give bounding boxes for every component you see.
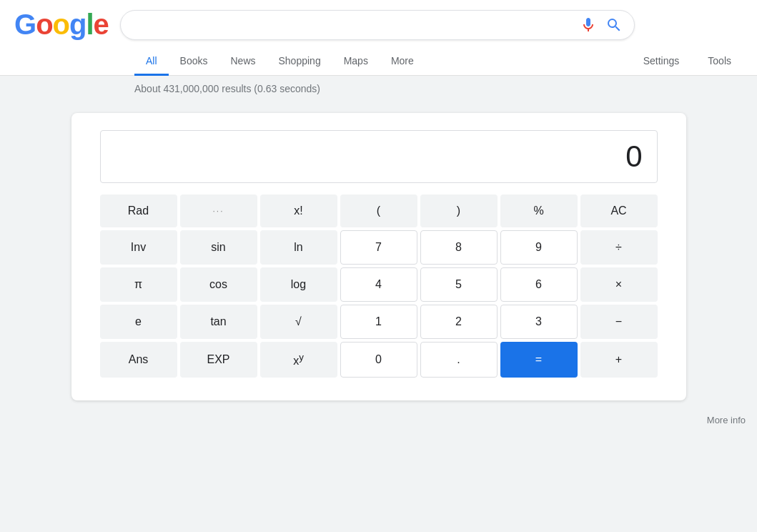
tab-all[interactable]: All <box>134 48 169 76</box>
calculator: 0 Rad ··· x! ( ) % AC Inv sin ln 7 8 9 ÷… <box>71 113 686 400</box>
tab-shopping[interactable]: Shopping <box>267 48 332 76</box>
btn-5[interactable]: 5 <box>420 267 498 302</box>
btn-factorial[interactable]: x! <box>260 194 337 227</box>
btn-decimal[interactable]: . <box>420 342 498 378</box>
btn-close-paren[interactable]: ) <box>420 194 498 227</box>
btn-ac[interactable]: AC <box>580 194 658 227</box>
btn-6[interactable]: 6 <box>500 267 578 302</box>
btn-0[interactable]: 0 <box>340 342 417 378</box>
btn-sqrt[interactable]: √ <box>260 305 337 339</box>
btn-divide[interactable]: ÷ <box>580 230 658 265</box>
btn-4[interactable]: 4 <box>340 267 417 302</box>
search-icons <box>580 16 623 34</box>
btn-rad[interactable]: Rad <box>100 194 177 227</box>
btn-2[interactable]: 2 <box>420 305 498 339</box>
btn-cos[interactable]: cos <box>180 267 257 302</box>
btn-tan[interactable]: tan <box>180 305 257 339</box>
btn-add[interactable]: + <box>580 342 658 378</box>
results-info: About 431,000,000 results (0.63 seconds) <box>0 76 757 102</box>
btn-equals[interactable]: = <box>500 342 578 378</box>
btn-sin[interactable]: sin <box>180 230 257 265</box>
btn-ans[interactable]: Ans <box>100 342 177 378</box>
btn-8[interactable]: 8 <box>420 230 498 265</box>
calculator-display: 0 <box>100 130 658 183</box>
search-submit-icon[interactable] <box>605 16 623 34</box>
search-bar[interactable]: Calc <box>120 10 635 40</box>
tab-tools[interactable]: Tools <box>696 48 743 76</box>
display-value: 0 <box>625 139 642 174</box>
tab-more[interactable]: More <box>380 48 425 76</box>
google-logo: Google <box>14 9 109 41</box>
btn-log[interactable]: log <box>260 267 337 302</box>
btn-percent[interactable]: % <box>500 194 578 227</box>
btn-exp[interactable]: EXP <box>180 342 257 378</box>
btn-e[interactable]: e <box>100 305 177 339</box>
btn-7[interactable]: 7 <box>340 230 417 265</box>
btn-3[interactable]: 3 <box>500 305 578 339</box>
tab-books[interactable]: Books <box>169 48 219 76</box>
btn-9[interactable]: 9 <box>500 230 578 265</box>
search-input[interactable]: Calc <box>132 17 580 32</box>
tab-maps[interactable]: Maps <box>332 48 380 76</box>
btn-subtract[interactable]: − <box>580 305 658 339</box>
nav-tabs: All Books News Shopping Maps More Settin… <box>14 48 743 75</box>
header-top: Google Calc <box>14 9 743 41</box>
btn-grid[interactable]: ··· <box>180 194 257 227</box>
btn-pi[interactable]: π <box>100 267 177 302</box>
calculator-buttons: Rad ··· x! ( ) % AC Inv sin ln 7 8 9 ÷ π… <box>100 194 658 378</box>
btn-multiply[interactable]: × <box>580 267 658 302</box>
btn-power[interactable]: xy <box>260 342 337 378</box>
more-info-link[interactable]: More info <box>0 412 757 431</box>
tab-news[interactable]: News <box>219 48 267 76</box>
nav-right: Settings Tools <box>632 48 743 75</box>
btn-ln[interactable]: ln <box>260 230 337 265</box>
btn-inv[interactable]: Inv <box>100 230 177 265</box>
btn-open-paren[interactable]: ( <box>340 194 417 227</box>
tab-settings[interactable]: Settings <box>632 48 691 76</box>
btn-1[interactable]: 1 <box>340 305 417 339</box>
header: Google Calc All Boo <box>0 0 757 75</box>
microphone-icon[interactable] <box>580 16 597 34</box>
